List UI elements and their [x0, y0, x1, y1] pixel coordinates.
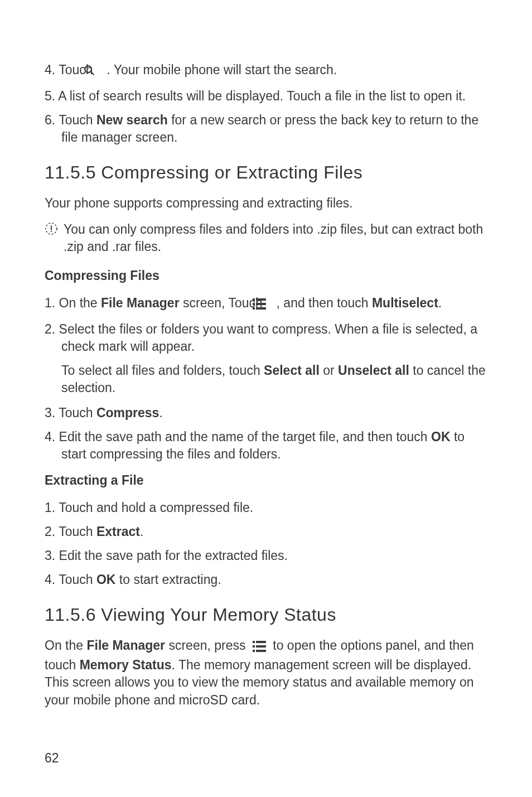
list-item: 4. Touch OK to start extracting.	[45, 571, 487, 588]
svg-rect-5	[253, 298, 255, 301]
step-tip: To select all files and folders, touch S…	[61, 362, 487, 397]
section-heading: 11.5.5 Compressing or Extracting Files	[45, 161, 487, 185]
ui-label: Unselect all	[338, 363, 409, 378]
step-text: 3. Touch	[45, 405, 96, 420]
svg-rect-14	[256, 645, 266, 648]
note-block: You can only compress files and folders …	[45, 221, 487, 255]
svg-rect-7	[253, 303, 255, 305]
svg-rect-9	[253, 307, 255, 310]
note-text: You can only compress files and folders …	[64, 221, 487, 255]
body-text: On the File Manager screen, press to ope…	[45, 637, 487, 708]
step-list-extract: 1. Touch and hold a compressed file. 2. …	[45, 499, 487, 588]
list-item: 6. Touch New search for a new search or …	[45, 112, 487, 146]
ui-label: OK	[431, 429, 451, 444]
step-text: 4. Edit the save path and the name of th…	[45, 429, 431, 444]
svg-line-1	[91, 72, 94, 75]
step-text: 4. Touch	[45, 572, 96, 587]
step-text: 2. Select the files or folders you want …	[45, 322, 477, 354]
svg-rect-12	[256, 641, 266, 643]
body-fragment: On the	[45, 638, 86, 653]
list-item: 2. Select the files or folders you want …	[45, 321, 487, 355]
svg-rect-4	[51, 231, 52, 232]
svg-rect-11	[253, 641, 255, 643]
ui-label: New search	[96, 113, 168, 127]
ui-label: Compress	[96, 405, 159, 420]
step-text: 6. Touch	[45, 113, 96, 127]
subsection-heading: Compressing Files	[45, 267, 487, 284]
ui-label: Extract	[96, 524, 140, 539]
step-text: 1. On the	[45, 296, 101, 310]
step-list-search: 4. Touch . Your mobile phone will start …	[45, 61, 487, 146]
body-fragment: screen, press	[165, 638, 249, 653]
list-item: 3. Touch Compress.	[45, 404, 487, 422]
step-text: or	[320, 363, 338, 378]
list-item: 1. On the File Manager screen, Touch , a…	[45, 294, 487, 314]
list-item: 2. Touch Extract.	[45, 523, 487, 540]
menu-icon	[253, 639, 266, 656]
svg-rect-15	[253, 650, 255, 652]
list-item: 3. Edit the save path for the extracted …	[45, 547, 487, 564]
list-item: 5. A list of search results will be disp…	[45, 88, 487, 105]
ui-label: File Manager	[86, 638, 165, 653]
svg-rect-6	[256, 298, 266, 301]
list-item: 4. Touch . Your mobile phone will start …	[45, 61, 487, 81]
step-text: 5. A list of search results will be disp…	[45, 89, 466, 103]
note-icon	[45, 222, 58, 240]
ui-label: Memory Status	[80, 658, 172, 672]
ui-label: Multiselect	[372, 296, 438, 310]
svg-point-0	[85, 66, 91, 73]
section-heading: 11.5.6 Viewing Your Memory Status	[45, 603, 487, 627]
body-text: Your phone supports compressing and extr…	[45, 195, 487, 212]
ui-label: File Manager	[101, 296, 180, 310]
svg-rect-10	[256, 307, 266, 310]
list-item: 4. Edit the save path and the name of th…	[45, 428, 487, 463]
step-text: 1. Touch and hold a compressed file.	[45, 500, 253, 515]
ui-label: Select all	[264, 363, 320, 378]
svg-rect-8	[256, 303, 266, 305]
ui-label: OK	[96, 572, 116, 587]
svg-rect-16	[256, 650, 266, 652]
step-text: 2. Touch	[45, 524, 96, 539]
step-text: .	[140, 524, 143, 539]
page-number: 62	[45, 750, 59, 767]
step-text: . Your mobile phone will start the searc…	[107, 62, 337, 77]
step-text: To select all files and folders, touch	[61, 363, 264, 378]
step-text: .	[438, 296, 442, 310]
step-text: to start extracting.	[115, 572, 221, 587]
svg-rect-3	[51, 226, 52, 230]
step-text: , and then touch	[277, 296, 372, 310]
step-text: .	[159, 405, 162, 420]
step-list-compress: 1. On the File Manager screen, Touch , a…	[45, 294, 487, 463]
step-text: 3. Edit the save path for the extracted …	[45, 548, 288, 563]
subsection-heading: Extracting a File	[45, 472, 487, 489]
list-item: 1. Touch and hold a compressed file.	[45, 499, 487, 516]
svg-rect-13	[253, 645, 255, 648]
